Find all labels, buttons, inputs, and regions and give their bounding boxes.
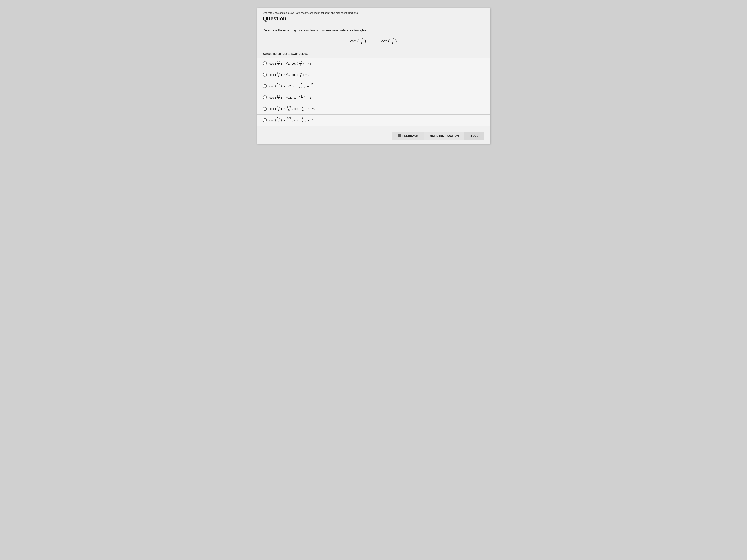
option-a[interactable]: csc (5π4) = √2, cot (5π4) = √3 — [257, 58, 490, 69]
option-b[interactable]: csc (5π4) = √2, cot (5π4) = 1 — [257, 69, 490, 80]
b-cot-label: cot — [291, 73, 296, 76]
a-open: ( — [275, 62, 276, 65]
csc-fraction: 5π 4 — [360, 37, 363, 45]
a-eq2: = √3 — [305, 62, 311, 65]
radio-d[interactable] — [263, 96, 267, 99]
c-cot-frac: 5π4 — [301, 83, 304, 89]
e-csc-label: csc — [269, 107, 275, 110]
topic-label: Use reference angles to evaluate secant,… — [257, 8, 490, 15]
a-eq1: = √2, — [283, 62, 291, 65]
f-close2: ) — [305, 118, 306, 122]
b-csc-label: csc — [269, 73, 275, 76]
f-close: ) — [281, 118, 282, 122]
csc-label: csc — [350, 38, 356, 44]
answer-math-e: csc (5π4) = 2√33 , cot (5π4) = −√3 — [269, 106, 315, 112]
b-eq1: = √2, — [283, 73, 291, 76]
e-cot-label: cot — [294, 107, 299, 110]
c-eq2: = — [306, 84, 309, 88]
f-open: ( — [275, 118, 276, 122]
a-open2: ( — [297, 62, 298, 65]
f-cot-frac: 5π4 — [302, 117, 305, 123]
e-cot-frac: 5π4 — [302, 106, 305, 112]
csc-paren-open: ( — [356, 38, 359, 44]
more-instruction-button[interactable]: MORE INSTRUCTION — [424, 132, 465, 140]
feedback-label: FEEDBACK — [403, 134, 418, 137]
submit-label: SUB — [472, 134, 479, 137]
c-cot-val-frac: √33 — [310, 83, 313, 89]
d-cot-frac: 5π4 — [301, 95, 304, 100]
b-close: ) — [281, 73, 282, 76]
cot-paren-open: ( — [387, 38, 390, 44]
d-close: ) — [281, 96, 282, 99]
answer-math-d: csc (5π4) = −√2, cot (5π4) = 1 — [269, 95, 311, 100]
d-cot-label: cot — [293, 96, 298, 99]
answer-math-c: csc (5π4) = −√2, cot (5π4) = √33 — [269, 83, 313, 89]
f-comma: , — [292, 118, 293, 122]
select-label: Select the correct answer below: — [257, 49, 490, 58]
page-container: Use reference angles to evaluate secant,… — [257, 8, 490, 144]
f-csc-label: csc — [269, 118, 275, 122]
c-close: ) — [281, 84, 282, 88]
a-close: ) — [281, 62, 282, 65]
d-csc-frac: 5π4 — [277, 95, 280, 100]
option-e[interactable]: csc (5π4) = 2√33 , cot (5π4) = −√3 — [257, 103, 490, 114]
option-f[interactable]: csc (5π4) = 2√33 , cot (5π4) = −1 — [257, 114, 490, 126]
radio-b[interactable] — [263, 73, 267, 77]
c-open: ( — [275, 84, 276, 88]
e-csc-frac: 5π4 — [277, 106, 280, 112]
answer-math-a: csc (5π4) = √2, cot (5π4) = √3 — [269, 60, 311, 66]
d-close2: ) — [305, 96, 305, 99]
d-eq1: = −√2, — [283, 96, 292, 99]
csc-numer: 5π — [360, 37, 363, 41]
b-cot-frac: 5π4 — [299, 72, 302, 78]
feedback-icon — [398, 134, 401, 137]
radio-a[interactable] — [263, 61, 267, 65]
c-cot-label: cot — [293, 84, 298, 88]
submit-button[interactable]: ◀SUB — [464, 132, 484, 140]
e-eq2: = −√3 — [307, 107, 315, 110]
option-c[interactable]: csc (5π4) = −√2, cot (5π4) = √33 — [257, 80, 490, 91]
c-csc-frac: 5π4 — [277, 83, 280, 89]
cot-label: cot — [382, 38, 387, 44]
cot-fraction: 5π 4 — [391, 37, 394, 45]
a-cot-frac: 5π4 — [299, 60, 302, 66]
e-close: ) — [281, 107, 282, 110]
option-d[interactable]: csc (5π4) = −√2, cot (5π4) = 1 — [257, 92, 490, 103]
csc-denom: 4 — [361, 41, 362, 45]
d-open: ( — [275, 96, 276, 99]
radio-f[interactable] — [263, 118, 267, 122]
question-text: Determine the exact trigonometric functi… — [263, 29, 484, 32]
f-csc-frac: 5π4 — [277, 117, 280, 123]
cot-paren-close: ) — [395, 38, 397, 44]
c-csc-label: csc — [269, 84, 275, 88]
f-eq1: = — [283, 118, 286, 122]
answer-math-b: csc (5π4) = √2, cot (5π4) = 1 — [269, 72, 309, 78]
f-open2: ( — [300, 118, 301, 122]
csc-paren-close: ) — [364, 38, 366, 44]
f-csc-val-frac: 2√33 — [287, 117, 291, 123]
f-eq2: = −1 — [307, 118, 314, 122]
b-open: ( — [275, 73, 276, 76]
feedback-button[interactable]: FEEDBACK — [392, 132, 424, 140]
a-cot-label: cot — [291, 62, 296, 65]
question-body: Determine the exact trigonometric functi… — [257, 25, 490, 49]
e-csc-val-frac: 2√33 — [287, 106, 291, 112]
footer-area: FEEDBACK MORE INSTRUCTION ◀SUB — [257, 128, 490, 144]
e-eq1: = — [283, 107, 286, 110]
d-eq2: = 1 — [306, 96, 311, 99]
expr-csc: csc ( 5π 4 ) — [350, 37, 366, 45]
c-eq1: = −√2, — [283, 84, 292, 88]
e-close2: ) — [305, 107, 306, 110]
d-open2: ( — [299, 96, 300, 99]
radio-c[interactable] — [263, 84, 267, 88]
b-csc-frac: 5π4 — [277, 72, 280, 78]
c-open2: ( — [299, 84, 300, 88]
more-instruction-label: MORE INSTRUCTION — [430, 134, 459, 137]
e-open: ( — [275, 107, 276, 110]
d-csc-label: csc — [269, 96, 275, 99]
radio-e[interactable] — [263, 107, 267, 111]
math-expressions: csc ( 5π 4 ) cot ( 5π 4 ) — [263, 35, 484, 46]
cot-denom: 4 — [392, 41, 393, 45]
e-comma: , — [292, 107, 293, 110]
question-heading: Question — [257, 15, 490, 25]
